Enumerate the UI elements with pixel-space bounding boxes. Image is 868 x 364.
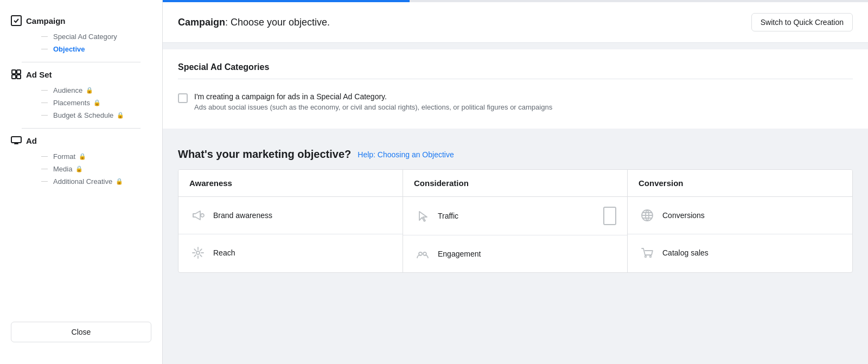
svg-rect-1	[17, 70, 21, 74]
sidebar-footer: Close	[0, 311, 162, 353]
engagement-icon	[414, 245, 431, 263]
svg-rect-3	[17, 75, 21, 79]
campaign-title-suffix: : Choose your objective.	[225, 17, 330, 28]
sidebar-item-placements[interactable]: Placements 🔒	[26, 97, 151, 109]
objectives-section: What's your marketing objective? Help: C…	[163, 135, 868, 273]
special-ad-category-label: I'm creating a campaign for ads in a Spe…	[194, 92, 552, 101]
objectives-grid: Awareness Brand awareness	[178, 169, 853, 273]
special-ad-category-row: I'm creating a campaign for ads in a Spe…	[178, 88, 853, 116]
special-ad-categories-card: Special Ad Categories I'm creating a cam…	[163, 49, 868, 129]
sidebar-item-label: Audience	[53, 86, 82, 94]
sidebar-campaign-group: Campaign Special Ad Category Objective	[11, 15, 151, 55]
cart-icon	[639, 244, 656, 261]
campaign-checkbox-icon	[11, 15, 22, 26]
objective-engagement[interactable]: Engagement	[403, 235, 627, 272]
globe-icon	[639, 207, 656, 224]
lock-icon: 🔒	[116, 178, 123, 185]
awareness-header: Awareness	[178, 170, 403, 197]
sidebar-item-objective[interactable]: Objective	[26, 43, 151, 55]
svg-point-5	[201, 214, 204, 217]
conversions-label: Conversions	[662, 211, 705, 220]
special-ad-category-text: I'm creating a campaign for ads in a Spe…	[194, 92, 552, 111]
objective-traffic[interactable]: Traffic	[403, 197, 627, 235]
ad-monitor-icon	[11, 135, 22, 146]
conversion-column: Conversion Conversions	[628, 170, 852, 272]
svg-point-6	[196, 251, 200, 254]
awareness-column: Awareness Brand awareness	[178, 170, 403, 272]
sidebar-item-special-ad-category[interactable]: Special Ad Category	[26, 30, 151, 43]
sidebar-item-label: Format	[53, 152, 75, 161]
reach-icon	[189, 244, 207, 261]
sidebar-item-media[interactable]: Media 🔒	[26, 163, 151, 175]
lock-icon: 🔒	[75, 165, 83, 173]
campaign-header: Campaign: Choose your objective. Switch …	[163, 2, 868, 43]
engagement-label: Engagement	[438, 250, 481, 258]
lock-icon: 🔒	[86, 87, 93, 94]
sidebar-adset-label: Ad Set	[26, 70, 52, 79]
sidebar-item-label: Additional Creative	[53, 177, 112, 186]
help-link[interactable]: Help: Choosing an Objective	[358, 150, 454, 159]
campaign-title: Campaign: Choose your objective.	[178, 17, 330, 28]
objective-reach[interactable]: Reach	[178, 234, 403, 271]
sidebar-adset-header: Ad Set	[11, 69, 151, 80]
sidebar-campaign-label: Campaign	[26, 16, 66, 25]
consideration-header: Consideration	[403, 170, 627, 197]
sidebar-item-label: Placements	[53, 99, 90, 107]
sidebar: Campaign Special Ad Category Objective	[0, 0, 163, 364]
objectives-title: What's your marketing objective?	[178, 148, 351, 161]
objectives-title-row: What's your marketing objective? Help: C…	[178, 148, 853, 161]
catalog-sales-label: Catalog sales	[662, 248, 709, 257]
sidebar-adset-group: Ad Set Audience 🔒 Placements 🔒 Budget & …	[11, 69, 151, 122]
special-ad-category-checkbox[interactable]	[178, 93, 188, 103]
campaign-title-prefix: Campaign	[178, 17, 225, 28]
svg-point-11	[650, 256, 652, 258]
special-ad-categories-title: Special Ad Categories	[178, 62, 853, 79]
reach-label: Reach	[213, 248, 235, 257]
sidebar-divider-2	[22, 128, 141, 129]
sidebar-item-label: Objective	[53, 45, 85, 53]
svg-rect-2	[12, 75, 16, 79]
sidebar-item-additional-creative[interactable]: Additional Creative 🔒	[26, 175, 151, 188]
svg-rect-0	[12, 70, 16, 74]
sidebar-item-label: Media	[53, 165, 72, 173]
sidebar-campaign-header: Campaign	[11, 15, 151, 26]
sidebar-item-label: Budget & Schedule	[53, 111, 113, 119]
traffic-label: Traffic	[438, 212, 458, 220]
sidebar-item-format[interactable]: Format 🔒	[26, 150, 151, 163]
sidebar-item-label: Special Ad Category	[53, 33, 117, 41]
sidebar-item-audience[interactable]: Audience 🔒	[26, 84, 151, 97]
sidebar-ad-label: Ad	[26, 136, 37, 145]
objective-brand-awareness[interactable]: Brand awareness	[178, 197, 403, 234]
objective-conversions[interactable]: Conversions	[628, 197, 852, 234]
svg-rect-4	[11, 137, 21, 143]
megaphone-icon	[189, 207, 207, 224]
main-content: Campaign: Choose your objective. Switch …	[163, 0, 868, 364]
mobile-icon	[603, 207, 616, 225]
switch-to-quick-creation-button[interactable]: Switch to Quick Creation	[751, 13, 853, 31]
sidebar-divider-1	[22, 62, 141, 62]
sidebar-item-budget-schedule[interactable]: Budget & Schedule 🔒	[26, 109, 151, 122]
special-ad-category-sublabel: Ads about social issues (such as the eco…	[194, 103, 552, 111]
sidebar-ad-header: Ad	[11, 135, 151, 146]
brand-awareness-label: Brand awareness	[213, 211, 272, 220]
consideration-column: Consideration Traffic	[403, 170, 628, 272]
sidebar-ad-group: Ad Format 🔒 Media 🔒 Additional Creative …	[11, 135, 151, 188]
conversion-header: Conversion	[628, 170, 852, 197]
svg-point-10	[645, 256, 647, 258]
adset-grid-icon	[11, 69, 22, 80]
cursor-icon	[414, 207, 431, 225]
lock-icon: 🔒	[93, 99, 101, 106]
lock-icon: 🔒	[79, 153, 86, 160]
objective-catalog-sales[interactable]: Catalog sales	[628, 234, 852, 271]
lock-icon: 🔒	[117, 112, 124, 119]
close-button[interactable]: Close	[11, 322, 151, 342]
